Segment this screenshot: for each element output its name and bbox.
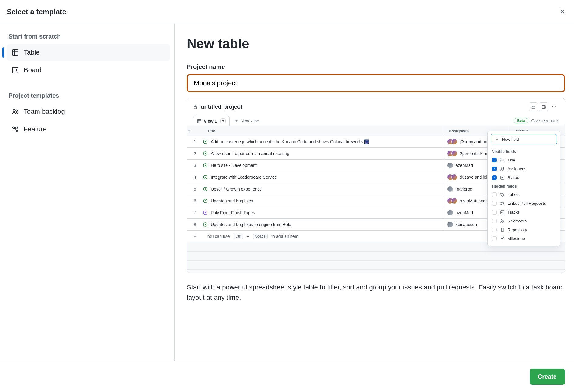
new-field-button[interactable]: ＋ New field [491, 134, 557, 144]
field-label: Repository [507, 228, 527, 232]
fields-popup: ＋ New field Visible fields ✓Title✓Assign… [487, 131, 560, 246]
close-icon: ✕ [559, 8, 565, 15]
svg-rect-43 [500, 176, 504, 179]
checkbox-icon [492, 228, 497, 232]
field-label: Labels [507, 192, 520, 197]
field-toggle-repository[interactable]: Repository [488, 225, 560, 234]
avatar-stack [447, 162, 453, 168]
row-title-cell[interactable]: Upsell / Growth experience [203, 184, 443, 194]
sidebar-item-feature[interactable]: Feature [7, 121, 170, 137]
project-name-input[interactable] [187, 74, 565, 92]
people-icon [500, 219, 504, 223]
row-title: Updates and bug fixes [211, 198, 253, 203]
table-icon [12, 49, 19, 56]
more-button[interactable]: ⋯ [549, 102, 559, 111]
sidebar-heading-templates: Project templates [7, 92, 170, 99]
svg-point-7 [13, 109, 15, 111]
field-toggle-tracks[interactable]: Tracks [488, 208, 560, 217]
field-toggle-labels[interactable]: Labels [488, 190, 560, 199]
panel-button[interactable] [539, 102, 548, 111]
row-number: 4 [187, 172, 203, 182]
row-title-cell[interactable]: Updates and bug fixes [203, 196, 443, 206]
close-button[interactable]: ✕ [558, 7, 566, 17]
add-hint-post: to add an item [271, 234, 298, 239]
add-hint-plus: + [247, 234, 249, 239]
row-title-cell[interactable]: Integrate with Leaderboard Service [203, 172, 443, 182]
field-label: Linked Pull Requests [507, 201, 546, 206]
give-feedback-link[interactable]: Give feedback [531, 118, 559, 123]
sidebar-item-board[interactable]: Board [7, 62, 170, 78]
svg-point-44 [501, 194, 501, 194]
avatar-stack [447, 198, 457, 204]
board-icon [12, 66, 19, 74]
tabs-row: View 1 ▾ ＋ New view Beta Give feedback [187, 112, 565, 126]
row-title-cell[interactable]: Add an easter egg which accepts the Kona… [203, 137, 443, 147]
row-number: 8 [187, 219, 203, 230]
field-label: Milestone [507, 236, 525, 241]
sidebar-item-team-backlog[interactable]: Team backlog [7, 103, 170, 120]
new-view-button[interactable]: ＋ New view [234, 118, 259, 123]
repo-icon [500, 228, 504, 232]
checkbox-icon [492, 219, 497, 223]
sidebar-heading-scratch: Start from scratch [7, 33, 170, 40]
main-panel: New table Project name untitled project [175, 24, 574, 361]
plus-icon: ＋ [234, 118, 239, 123]
row-title-cell[interactable]: Poly Fiber Finish Tapes [203, 208, 443, 218]
row-title-cell[interactable]: Allow users to perform a manual resettin… [203, 148, 443, 159]
graph-icon [531, 105, 536, 109]
row-title: Poly Fiber Finish Tapes [211, 210, 255, 215]
svg-point-28 [205, 188, 206, 190]
svg-point-30 [205, 200, 206, 201]
chevron-down-icon[interactable]: ▾ [220, 118, 226, 123]
sidebar-item-label: Team backlog [24, 108, 65, 116]
milestone-icon [500, 236, 504, 241]
svg-rect-13 [197, 119, 201, 123]
column-title[interactable]: Title [203, 126, 443, 136]
panel-icon [542, 105, 546, 109]
row-number: 3 [187, 160, 203, 171]
field-toggle-linked-pull-requests[interactable]: Linked Pull Requests [488, 199, 560, 208]
checkbox-icon: ✓ [492, 175, 497, 180]
row-title-cell[interactable]: Hero site - Development [203, 160, 443, 171]
modal-body: Start from scratch Table Board Project t… [0, 24, 574, 361]
kbd-space: Space [253, 234, 268, 239]
modal-footer: Create [0, 361, 574, 392]
svg-rect-48 [500, 211, 504, 214]
issue-open-icon [203, 139, 208, 144]
field-toggle-milestone[interactable]: Milestone [488, 234, 560, 243]
avatar-stack [447, 221, 453, 228]
checkbox-icon: ✓ [492, 167, 497, 171]
visible-fields-heading: Visible fields [488, 147, 560, 156]
row-assignees: azenMatt [456, 210, 473, 215]
svg-point-22 [205, 153, 206, 154]
field-toggle-reviewers[interactable]: Reviewers [488, 217, 560, 225]
svg-point-50 [503, 220, 504, 221]
template-description: Start with a powerful spreadsheet style … [187, 282, 565, 303]
checkbox-icon [492, 201, 497, 206]
avatar-stack [447, 174, 457, 180]
preview-project-title: untitled project [201, 103, 242, 110]
field-label: Assignees [507, 167, 526, 171]
svg-point-26 [205, 177, 206, 178]
field-label: Status [507, 175, 519, 180]
row-assignees: 2percentsilk and [460, 151, 491, 156]
filter-icon[interactable] [187, 127, 203, 135]
sidebar-item-table[interactable]: Table [7, 44, 170, 61]
row-assignees: mariorod [456, 187, 472, 191]
insights-button[interactable] [529, 102, 538, 111]
row-title: Updates and bug fixes to engine from Bet… [211, 222, 291, 227]
svg-point-49 [501, 220, 502, 221]
new-view-label: New view [241, 118, 259, 123]
row-assignees: keisaacson [456, 222, 477, 227]
svg-point-20 [205, 141, 206, 142]
field-toggle-title[interactable]: ✓Title [488, 156, 560, 164]
row-title-cell[interactable]: Updates and bug fixes to engine from Bet… [203, 219, 443, 230]
create-button[interactable]: Create [530, 369, 565, 385]
page-title: New table [187, 36, 565, 51]
row-number: 2 [187, 148, 203, 159]
field-toggle-status[interactable]: ✓Status [488, 173, 560, 182]
view-tab[interactable]: View 1 ▾ [193, 116, 230, 126]
svg-point-40 [500, 161, 501, 162]
checkbox-icon: ✓ [492, 158, 497, 162]
field-toggle-assignees[interactable]: ✓Assignees [488, 164, 560, 173]
